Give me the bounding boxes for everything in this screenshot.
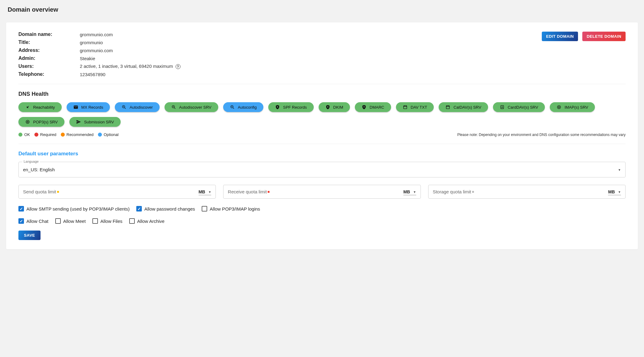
quota-label: Send quota limit xyxy=(23,189,59,194)
dns-chip-caldav-s-srv[interactable]: CalDAV(s) SRV xyxy=(439,102,488,112)
legend-optional: Optional xyxy=(98,132,118,137)
quota-receive-quota-limit[interactable]: Receive quota limitMB▼ xyxy=(223,185,421,199)
legend-optional-label: Optional xyxy=(104,132,118,137)
dns-chip-autoconfig[interactable]: Autoconfig xyxy=(223,102,263,112)
magnify-at-icon xyxy=(122,105,126,110)
address-value: grommunio.com xyxy=(80,48,180,53)
quota-send-quota-limit[interactable]: Send quota limitMB▼ xyxy=(18,185,216,199)
dns-chip-pop3-s-srv[interactable]: POP3(s) SRV xyxy=(18,117,64,127)
svg-point-22 xyxy=(557,106,561,109)
checkbox-allow-password-changes[interactable]: ✓Allow password changes xyxy=(136,206,195,211)
dns-chip-reachability[interactable]: Reachability xyxy=(18,102,62,112)
dns-note: Please note: Depending on your environme… xyxy=(457,133,626,137)
dns-legend: OK Required Recommended Optional xyxy=(18,132,118,137)
svg-line-7 xyxy=(233,108,234,109)
checkbox-icon: ✓ xyxy=(18,206,24,211)
chip-label: Reachability xyxy=(33,105,55,110)
admin-label: Admin: xyxy=(18,56,80,61)
unit-select[interactable]: MB▼ xyxy=(199,188,211,195)
address-label: Address: xyxy=(18,48,80,53)
checkbox-label: Allow Files xyxy=(100,219,122,224)
legend-recommended-label: Recommended xyxy=(67,132,94,137)
svg-point-10 xyxy=(327,106,328,107)
dns-chip-dkim[interactable]: DKIM xyxy=(319,102,350,112)
quota-label: Storage quota limit xyxy=(433,189,474,194)
dns-chip-carddav-s-srv[interactable]: CardDAV(s) SRV xyxy=(493,102,545,112)
dns-chip-mx-records[interactable]: MX Records xyxy=(67,102,110,112)
telephone-value: 1234567890 xyxy=(80,72,180,77)
calendar-icon xyxy=(403,105,408,110)
chevron-down-icon: ▼ xyxy=(413,190,416,194)
help-icon[interactable]: ? xyxy=(176,64,180,69)
marker-icon xyxy=(472,191,474,193)
checks-row-1: ✓Allow SMTP sending (used by POP3/IMAP c… xyxy=(18,206,626,211)
checkbox-label: Allow SMTP sending (used by POP3/IMAP cl… xyxy=(26,206,130,211)
quota-row: Send quota limitMB▼Receive quota limitMB… xyxy=(18,185,626,199)
quota-label: Receive quota limit xyxy=(228,189,270,194)
checkbox-allow-pop3-imap-logins[interactable]: Allow POP3/IMAP logins xyxy=(202,206,260,211)
magnify-at-icon xyxy=(171,105,176,110)
dns-chip-autodiscover-srv[interactable]: Autodiscover SRV xyxy=(165,102,218,112)
chip-label: CardDAV(s) SRV xyxy=(508,105,538,110)
shield-icon xyxy=(325,105,330,110)
svg-point-2 xyxy=(123,106,124,107)
edit-domain-button[interactable]: EDIT DOMAIN xyxy=(542,32,578,41)
chip-label: POP3(s) SRV xyxy=(33,120,58,124)
chip-label: DKIM xyxy=(333,105,343,110)
checks-row-2: ✓Allow ChatAllow MeetAllow FilesAllow Ar… xyxy=(18,218,626,224)
chevron-down-icon: ▼ xyxy=(208,190,211,194)
unit-text: MB xyxy=(608,189,615,194)
domain-name-value: grommunio.com xyxy=(80,32,180,37)
delete-domain-button[interactable]: DELETE DOMAIN xyxy=(582,32,626,41)
shield-icon xyxy=(362,105,367,110)
checkbox-label: Allow Chat xyxy=(26,219,48,224)
chip-label: Autodiscover xyxy=(130,105,153,110)
checkbox-allow-meet[interactable]: Allow Meet xyxy=(55,218,86,224)
checkbox-allow-files[interactable]: Allow Files xyxy=(92,218,122,224)
svg-point-21 xyxy=(502,106,503,107)
admin-value: Steakie xyxy=(80,56,180,61)
at-icon xyxy=(557,105,561,110)
chip-label: MX Records xyxy=(81,105,103,110)
checkbox-icon xyxy=(55,218,61,224)
mail-icon xyxy=(73,105,78,110)
quota-storage-quota-limit[interactable]: Storage quota limitMB▼ xyxy=(428,185,626,199)
unit-select[interactable]: MB▼ xyxy=(608,188,621,195)
dns-chip-spf-records[interactable]: SPF Records xyxy=(268,102,313,112)
unit-text: MB xyxy=(403,189,410,194)
checkbox-icon: ✓ xyxy=(18,218,24,224)
title-value: grommunio xyxy=(80,40,180,45)
legend-ok-label: OK xyxy=(24,132,30,137)
checkbox-icon xyxy=(129,218,135,224)
users-label: Users: xyxy=(18,64,80,69)
checkbox-allow-chat[interactable]: ✓Allow Chat xyxy=(18,218,48,224)
dns-chip-dav-txt[interactable]: DAV TXT xyxy=(396,102,434,112)
checkbox-allow-archive[interactable]: Allow Archive xyxy=(129,218,165,224)
checkbox-allow-smtp-sending-used-by-pop3-imap-clients-[interactable]: ✓Allow SMTP sending (used by POP3/IMAP c… xyxy=(18,206,130,211)
contact-icon xyxy=(500,105,505,110)
marker-icon xyxy=(57,191,59,193)
domain-name-label: Domain name: xyxy=(18,32,80,37)
divider xyxy=(18,84,626,84)
dns-chip-autodiscover[interactable]: Autodiscover xyxy=(115,102,159,112)
send-icon xyxy=(76,119,81,124)
defaults-title: Default user parameters xyxy=(18,151,626,157)
checkbox-label: Allow password changes xyxy=(144,206,195,211)
svg-line-4 xyxy=(174,108,175,109)
users-value: 2 active, 1 inactive, 3 virtual, 69420 m… xyxy=(80,64,180,69)
legend-recommended: Recommended xyxy=(61,132,94,137)
svg-point-9 xyxy=(277,106,278,107)
unit-select[interactable]: MB▼ xyxy=(403,188,416,195)
svg-line-1 xyxy=(125,108,126,109)
dns-chip-dmarc[interactable]: DMARC xyxy=(355,102,391,112)
divider xyxy=(18,144,626,144)
svg-point-11 xyxy=(363,106,365,107)
dns-chip-imap-s-srv[interactable]: IMAP(s) SRV xyxy=(550,102,595,112)
legend-required-label: Required xyxy=(40,132,56,137)
checkbox-label: Allow Meet xyxy=(63,219,86,224)
language-select[interactable]: Language en_US: English ▼ xyxy=(18,162,626,177)
title-label: Title: xyxy=(18,40,80,45)
dns-chip-submission-srv[interactable]: Submission SRV xyxy=(69,117,121,127)
arrow-in-icon xyxy=(25,105,30,110)
save-button[interactable]: SAVE xyxy=(18,231,41,240)
